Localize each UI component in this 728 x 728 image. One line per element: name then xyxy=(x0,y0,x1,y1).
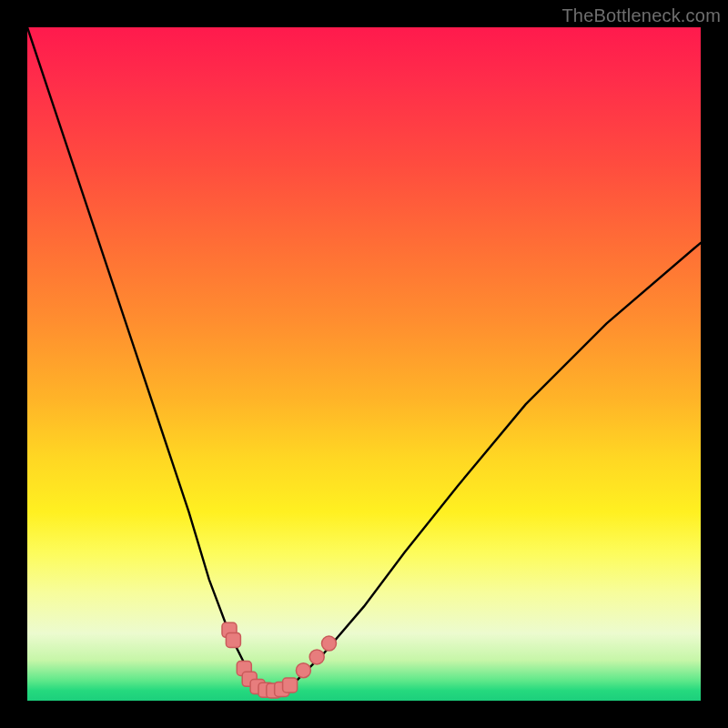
chart-frame: TheBottleneck.com xyxy=(0,0,728,728)
curve-marker xyxy=(309,650,324,664)
curve-marker xyxy=(322,636,337,651)
watermark-text: TheBottleneck.com xyxy=(561,5,721,26)
curve-markers xyxy=(222,622,337,698)
curve-layer xyxy=(27,27,701,701)
bottleneck-curve xyxy=(27,27,701,691)
curve-marker xyxy=(226,632,240,647)
curve-marker xyxy=(296,663,310,678)
plot-area xyxy=(27,27,701,701)
curve-marker xyxy=(283,678,298,693)
